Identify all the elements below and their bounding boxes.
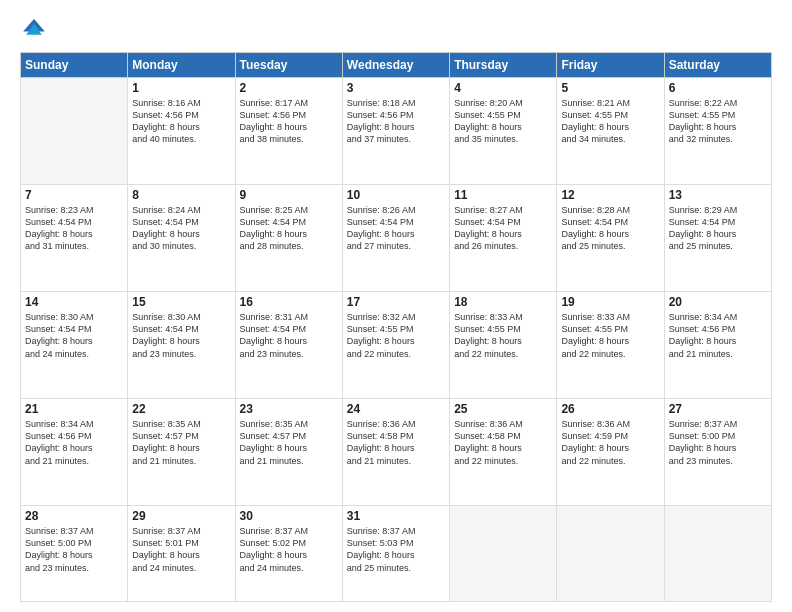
day-number: 13	[669, 188, 767, 202]
weekday-header-row: SundayMondayTuesdayWednesdayThursdayFrid…	[21, 53, 772, 78]
day-detail: Sunrise: 8:28 AM Sunset: 4:54 PM Dayligh…	[561, 204, 659, 253]
day-cell: 25Sunrise: 8:36 AM Sunset: 4:58 PM Dayli…	[450, 399, 557, 506]
weekday-header-wednesday: Wednesday	[342, 53, 449, 78]
day-cell: 8Sunrise: 8:24 AM Sunset: 4:54 PM Daylig…	[128, 185, 235, 292]
week-row-3: 14Sunrise: 8:30 AM Sunset: 4:54 PM Dayli…	[21, 292, 772, 399]
day-number: 22	[132, 402, 230, 416]
day-cell: 17Sunrise: 8:32 AM Sunset: 4:55 PM Dayli…	[342, 292, 449, 399]
day-number: 19	[561, 295, 659, 309]
day-cell: 30Sunrise: 8:37 AM Sunset: 5:02 PM Dayli…	[235, 506, 342, 602]
day-number: 14	[25, 295, 123, 309]
day-number: 12	[561, 188, 659, 202]
day-detail: Sunrise: 8:37 AM Sunset: 5:01 PM Dayligh…	[132, 525, 230, 574]
day-detail: Sunrise: 8:37 AM Sunset: 5:00 PM Dayligh…	[25, 525, 123, 574]
weekday-header-thursday: Thursday	[450, 53, 557, 78]
page: SundayMondayTuesdayWednesdayThursdayFrid…	[0, 0, 792, 612]
day-detail: Sunrise: 8:32 AM Sunset: 4:55 PM Dayligh…	[347, 311, 445, 360]
day-cell: 14Sunrise: 8:30 AM Sunset: 4:54 PM Dayli…	[21, 292, 128, 399]
day-cell: 13Sunrise: 8:29 AM Sunset: 4:54 PM Dayli…	[664, 185, 771, 292]
day-number: 29	[132, 509, 230, 523]
day-number: 18	[454, 295, 552, 309]
day-cell: 24Sunrise: 8:36 AM Sunset: 4:58 PM Dayli…	[342, 399, 449, 506]
day-number: 28	[25, 509, 123, 523]
day-detail: Sunrise: 8:30 AM Sunset: 4:54 PM Dayligh…	[25, 311, 123, 360]
day-cell: 1Sunrise: 8:16 AM Sunset: 4:56 PM Daylig…	[128, 78, 235, 185]
day-detail: Sunrise: 8:35 AM Sunset: 4:57 PM Dayligh…	[132, 418, 230, 467]
weekday-header-tuesday: Tuesday	[235, 53, 342, 78]
day-cell: 12Sunrise: 8:28 AM Sunset: 4:54 PM Dayli…	[557, 185, 664, 292]
day-cell: 26Sunrise: 8:36 AM Sunset: 4:59 PM Dayli…	[557, 399, 664, 506]
day-cell: 28Sunrise: 8:37 AM Sunset: 5:00 PM Dayli…	[21, 506, 128, 602]
day-number: 17	[347, 295, 445, 309]
day-detail: Sunrise: 8:22 AM Sunset: 4:55 PM Dayligh…	[669, 97, 767, 146]
week-row-5: 28Sunrise: 8:37 AM Sunset: 5:00 PM Dayli…	[21, 506, 772, 602]
day-cell	[450, 506, 557, 602]
day-cell: 10Sunrise: 8:26 AM Sunset: 4:54 PM Dayli…	[342, 185, 449, 292]
day-number: 2	[240, 81, 338, 95]
day-detail: Sunrise: 8:33 AM Sunset: 4:55 PM Dayligh…	[561, 311, 659, 360]
weekday-header-friday: Friday	[557, 53, 664, 78]
day-cell: 5Sunrise: 8:21 AM Sunset: 4:55 PM Daylig…	[557, 78, 664, 185]
day-number: 6	[669, 81, 767, 95]
day-cell: 22Sunrise: 8:35 AM Sunset: 4:57 PM Dayli…	[128, 399, 235, 506]
day-cell: 11Sunrise: 8:27 AM Sunset: 4:54 PM Dayli…	[450, 185, 557, 292]
weekday-header-monday: Monday	[128, 53, 235, 78]
day-cell: 31Sunrise: 8:37 AM Sunset: 5:03 PM Dayli…	[342, 506, 449, 602]
day-number: 21	[25, 402, 123, 416]
day-number: 20	[669, 295, 767, 309]
day-detail: Sunrise: 8:37 AM Sunset: 5:00 PM Dayligh…	[669, 418, 767, 467]
day-detail: Sunrise: 8:20 AM Sunset: 4:55 PM Dayligh…	[454, 97, 552, 146]
day-cell: 18Sunrise: 8:33 AM Sunset: 4:55 PM Dayli…	[450, 292, 557, 399]
day-detail: Sunrise: 8:17 AM Sunset: 4:56 PM Dayligh…	[240, 97, 338, 146]
weekday-header-saturday: Saturday	[664, 53, 771, 78]
day-detail: Sunrise: 8:35 AM Sunset: 4:57 PM Dayligh…	[240, 418, 338, 467]
day-detail: Sunrise: 8:18 AM Sunset: 4:56 PM Dayligh…	[347, 97, 445, 146]
week-row-4: 21Sunrise: 8:34 AM Sunset: 4:56 PM Dayli…	[21, 399, 772, 506]
day-cell: 23Sunrise: 8:35 AM Sunset: 4:57 PM Dayli…	[235, 399, 342, 506]
week-row-1: 1Sunrise: 8:16 AM Sunset: 4:56 PM Daylig…	[21, 78, 772, 185]
day-number: 9	[240, 188, 338, 202]
day-detail: Sunrise: 8:36 AM Sunset: 4:58 PM Dayligh…	[347, 418, 445, 467]
day-detail: Sunrise: 8:34 AM Sunset: 4:56 PM Dayligh…	[25, 418, 123, 467]
day-detail: Sunrise: 8:23 AM Sunset: 4:54 PM Dayligh…	[25, 204, 123, 253]
day-number: 31	[347, 509, 445, 523]
day-cell: 20Sunrise: 8:34 AM Sunset: 4:56 PM Dayli…	[664, 292, 771, 399]
day-cell	[664, 506, 771, 602]
day-number: 3	[347, 81, 445, 95]
day-detail: Sunrise: 8:29 AM Sunset: 4:54 PM Dayligh…	[669, 204, 767, 253]
day-cell	[21, 78, 128, 185]
day-detail: Sunrise: 8:27 AM Sunset: 4:54 PM Dayligh…	[454, 204, 552, 253]
weekday-header-sunday: Sunday	[21, 53, 128, 78]
day-detail: Sunrise: 8:37 AM Sunset: 5:03 PM Dayligh…	[347, 525, 445, 574]
day-number: 5	[561, 81, 659, 95]
logo	[20, 16, 52, 44]
day-detail: Sunrise: 8:21 AM Sunset: 4:55 PM Dayligh…	[561, 97, 659, 146]
day-cell: 9Sunrise: 8:25 AM Sunset: 4:54 PM Daylig…	[235, 185, 342, 292]
day-number: 8	[132, 188, 230, 202]
day-detail: Sunrise: 8:37 AM Sunset: 5:02 PM Dayligh…	[240, 525, 338, 574]
day-number: 4	[454, 81, 552, 95]
logo-icon	[20, 16, 48, 44]
calendar: SundayMondayTuesdayWednesdayThursdayFrid…	[20, 52, 772, 602]
day-detail: Sunrise: 8:16 AM Sunset: 4:56 PM Dayligh…	[132, 97, 230, 146]
day-detail: Sunrise: 8:31 AM Sunset: 4:54 PM Dayligh…	[240, 311, 338, 360]
day-number: 30	[240, 509, 338, 523]
day-cell: 29Sunrise: 8:37 AM Sunset: 5:01 PM Dayli…	[128, 506, 235, 602]
day-cell	[557, 506, 664, 602]
day-detail: Sunrise: 8:30 AM Sunset: 4:54 PM Dayligh…	[132, 311, 230, 360]
day-number: 23	[240, 402, 338, 416]
day-cell: 19Sunrise: 8:33 AM Sunset: 4:55 PM Dayli…	[557, 292, 664, 399]
header	[20, 16, 772, 44]
day-number: 1	[132, 81, 230, 95]
day-number: 24	[347, 402, 445, 416]
day-cell: 2Sunrise: 8:17 AM Sunset: 4:56 PM Daylig…	[235, 78, 342, 185]
day-detail: Sunrise: 8:24 AM Sunset: 4:54 PM Dayligh…	[132, 204, 230, 253]
day-detail: Sunrise: 8:33 AM Sunset: 4:55 PM Dayligh…	[454, 311, 552, 360]
day-number: 27	[669, 402, 767, 416]
day-cell: 15Sunrise: 8:30 AM Sunset: 4:54 PM Dayli…	[128, 292, 235, 399]
day-number: 7	[25, 188, 123, 202]
day-cell: 7Sunrise: 8:23 AM Sunset: 4:54 PM Daylig…	[21, 185, 128, 292]
day-detail: Sunrise: 8:36 AM Sunset: 4:59 PM Dayligh…	[561, 418, 659, 467]
day-detail: Sunrise: 8:34 AM Sunset: 4:56 PM Dayligh…	[669, 311, 767, 360]
day-number: 10	[347, 188, 445, 202]
